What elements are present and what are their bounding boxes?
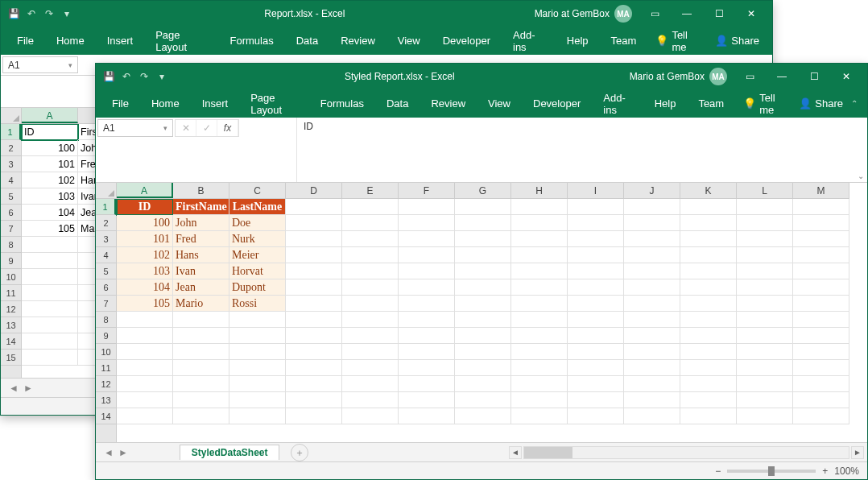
row-header[interactable]: 7 [96,296,116,312]
undo-icon[interactable]: ↶ [23,6,39,22]
cell[interactable] [511,376,568,392]
cell[interactable] [286,279,342,296]
expand-formula-icon[interactable]: ⌄ [858,172,864,180]
cell[interactable] [173,328,229,344]
cell[interactable] [680,328,737,344]
cell[interactable] [737,231,793,247]
enter-formula-icon[interactable]: ✓ [196,120,217,136]
tab-home[interactable]: Home [140,89,191,118]
row-header[interactable]: 6 [96,279,116,296]
close-button[interactable]: ✕ [735,2,767,25]
cell[interactable] [342,199,399,215]
cell[interactable]: 102 [22,172,78,188]
row-header[interactable]: 10 [1,269,21,285]
cell[interactable] [342,215,399,231]
cell[interactable]: 103 [117,263,173,279]
column-header[interactable]: A [22,108,78,123]
tab-insert[interactable]: Insert [191,89,240,118]
cell[interactable] [511,199,568,215]
cell[interactable] [793,231,849,247]
cell[interactable] [455,247,511,263]
row-header[interactable]: 8 [96,312,116,328]
column-header[interactable]: F [399,183,455,198]
tab-insert[interactable]: Insert [96,27,145,55]
ribbon-display-icon[interactable]: ▭ [639,2,671,25]
row-header[interactable]: 2 [1,140,21,156]
row-header[interactable]: 11 [1,285,21,301]
row-header[interactable]: 7 [1,221,21,237]
cell[interactable] [568,215,624,231]
row-header[interactable]: 3 [96,231,116,247]
avatar[interactable]: MA [709,68,727,85]
column-header[interactable]: E [342,183,399,198]
cell[interactable] [399,199,455,215]
horizontal-scrollbar[interactable] [523,446,849,459]
row-header[interactable]: 14 [96,408,116,424]
cell[interactable] [624,392,680,408]
cell[interactable]: Jean [173,279,229,296]
cell[interactable]: LastName [229,199,286,215]
qat-dropdown-icon[interactable]: ▾ [59,6,75,22]
cell[interactable] [680,215,737,231]
maximize-button[interactable]: ☐ [703,2,735,25]
cell[interactable] [342,263,399,279]
cell[interactable] [117,328,173,344]
cell[interactable] [511,360,568,376]
cell[interactable] [680,344,737,360]
cell[interactable] [22,237,78,253]
cell[interactable] [680,263,737,279]
column-header[interactable]: A [117,183,173,198]
column-header[interactable]: J [624,183,680,198]
cell[interactable] [737,199,793,215]
cell[interactable] [342,312,399,328]
fx-icon[interactable]: fx [217,120,238,136]
cell[interactable]: 101 [22,156,78,172]
column-header[interactable]: H [511,183,568,198]
row-header[interactable]: 8 [1,237,21,253]
row-header[interactable]: 13 [96,392,116,408]
cell[interactable] [568,247,624,263]
cell[interactable] [455,199,511,215]
cell[interactable] [680,360,737,376]
row-header[interactable]: 3 [1,156,21,172]
cell[interactable] [399,312,455,328]
tab-data[interactable]: Data [375,89,420,118]
cell[interactable] [342,231,399,247]
tab-team[interactable]: Team [687,89,735,118]
cell[interactable]: ID [22,124,78,140]
cell[interactable] [568,296,624,312]
cell[interactable] [511,279,568,296]
cell[interactable] [568,376,624,392]
cell[interactable] [793,199,849,215]
cell[interactable] [737,376,793,392]
cell[interactable] [229,392,286,408]
undo-icon[interactable]: ↶ [118,68,134,85]
tab-developer[interactable]: Developer [522,89,592,118]
cell[interactable]: Fred [173,231,229,247]
tab-formulas[interactable]: Formulas [219,27,285,55]
cell[interactable] [286,392,342,408]
minimize-button[interactable]: ― [766,65,798,88]
tab-home[interactable]: Home [45,27,96,55]
cell[interactable]: 104 [22,205,78,221]
row-header[interactable]: 1 [1,124,21,140]
cell[interactable] [680,312,737,328]
cell[interactable] [624,231,680,247]
tab-view[interactable]: View [386,27,432,55]
tab-review[interactable]: Review [329,27,386,55]
column-header[interactable]: K [680,183,737,198]
cell[interactable] [22,285,78,301]
sheet-nav-next-icon[interactable]: ► [118,447,128,458]
collapse-ribbon-icon[interactable]: ⌃ [851,99,862,108]
cell[interactable] [22,253,78,269]
tab-file[interactable]: File [101,89,140,118]
cell[interactable] [286,199,342,215]
cell[interactable]: Mario [173,296,229,312]
cell[interactable] [286,376,342,392]
row-header[interactable]: 10 [96,344,116,360]
cell[interactable] [173,392,229,408]
row-header[interactable]: 4 [1,172,21,188]
spreadsheet-grid-front[interactable]: ABCDEFGHIJKLM 1234567891011121314 IDFirs… [96,183,867,442]
scroll-right-icon[interactable]: ► [851,446,864,459]
row-header[interactable]: 12 [1,301,21,317]
